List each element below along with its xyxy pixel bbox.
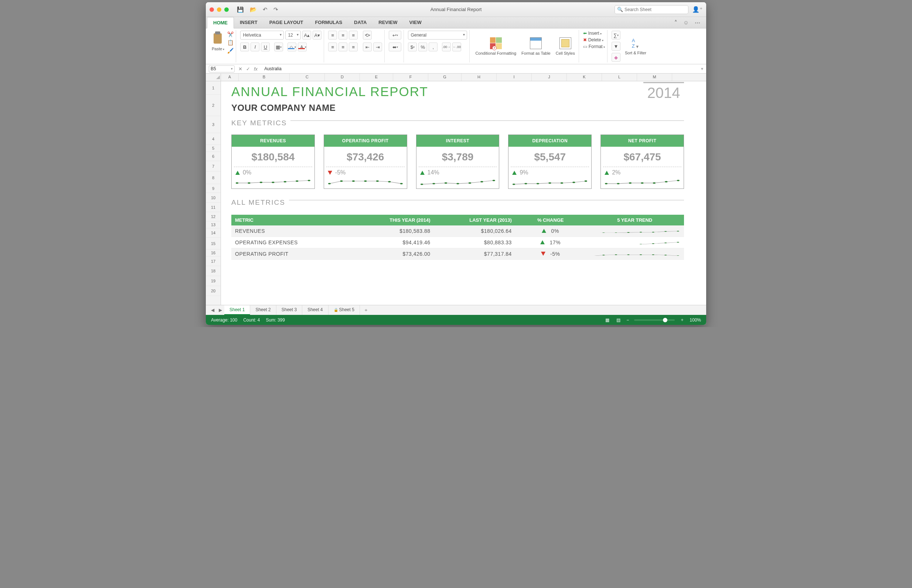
font-name-combo[interactable]: Helvetica	[240, 31, 284, 40]
open-icon[interactable]: 📂	[250, 6, 257, 13]
accounting-format-icon[interactable]: $	[408, 42, 417, 52]
increase-decimal-icon[interactable]: .00→	[442, 42, 451, 52]
cancel-edit-icon[interactable]: ✕	[238, 66, 242, 72]
row-header[interactable]: 3	[206, 116, 221, 133]
ribbon-tab-page-layout[interactable]: PAGE LAYOUT	[263, 17, 309, 28]
ribbon-tab-view[interactable]: VIEW	[404, 17, 428, 28]
close-window-icon[interactable]	[210, 7, 214, 12]
ribbon-tab-home[interactable]: HOME	[207, 17, 234, 29]
row-header[interactable]: 18	[206, 266, 221, 276]
sheet-tab[interactable]: Sheet 2	[250, 305, 276, 315]
name-box[interactable]: B5	[209, 65, 235, 73]
col-header[interactable]: E	[360, 74, 393, 81]
align-right-icon[interactable]: ≡	[349, 42, 358, 52]
col-header[interactable]: I	[497, 74, 532, 81]
underline-button[interactable]: U	[261, 42, 270, 52]
ribbon-tab-data[interactable]: DATA	[348, 17, 373, 28]
cut-icon[interactable]: ✂️	[227, 31, 234, 37]
row-header[interactable]: 4	[206, 133, 221, 145]
ribbon-tab-insert[interactable]: INSERT	[234, 17, 263, 28]
orientation-icon[interactable]: ⟲	[363, 31, 372, 40]
conditional-formatting-button[interactable]: ≠ Conditional Formatting	[474, 37, 518, 56]
zoom-out-icon[interactable]: −	[626, 317, 629, 323]
font-color-button[interactable]: A	[298, 42, 307, 52]
row-header[interactable]: 12	[206, 212, 221, 221]
row-header[interactable]: 11	[206, 202, 221, 212]
help-icon[interactable]: ⋯	[695, 19, 700, 26]
increase-indent-icon[interactable]: ⇥	[373, 42, 382, 52]
row-header[interactable]: 15	[206, 237, 221, 249]
bold-button[interactable]: B	[240, 42, 249, 52]
col-header[interactable]: A	[221, 74, 239, 81]
col-header[interactable]: D	[325, 74, 360, 81]
save-icon[interactable]: 💾	[237, 6, 244, 13]
decrease-font-icon[interactable]: A▾	[313, 31, 321, 40]
collapse-ribbon-icon[interactable]: ˄	[675, 19, 677, 26]
row-header[interactable]: 13	[206, 221, 221, 228]
ribbon-tab-review[interactable]: REVIEW	[373, 17, 403, 28]
row-header[interactable]: 9	[206, 184, 221, 193]
copy-icon[interactable]: 📋	[227, 40, 234, 45]
decrease-indent-icon[interactable]: ⇤	[363, 42, 372, 52]
undo-icon[interactable]: ↶	[263, 6, 268, 13]
search-input[interactable]	[615, 5, 688, 14]
autosum-icon[interactable]: ∑	[612, 31, 620, 40]
formula-input[interactable]: Australia	[261, 66, 697, 71]
row-header[interactable]: 20	[206, 286, 221, 296]
row-header[interactable]: 5	[206, 145, 221, 152]
sheet-tab[interactable]: 🔒Sheet 5	[329, 305, 360, 315]
row-header[interactable]: 2	[206, 95, 221, 116]
borders-button[interactable]: ▦	[274, 42, 283, 52]
comma-format-icon[interactable]: ,	[429, 42, 437, 52]
paste-button[interactable]: Paste	[210, 31, 226, 52]
row-header[interactable]: 19	[206, 276, 221, 286]
fx-icon[interactable]: fx	[254, 66, 258, 72]
cell-styles-button[interactable]: Cell Styles	[554, 37, 576, 56]
merge-button[interactable]: ⬌	[389, 42, 401, 52]
add-sheet-button[interactable]: ＋	[360, 307, 372, 313]
row-header[interactable]: 10	[206, 193, 221, 202]
col-header[interactable]: G	[428, 74, 462, 81]
redo-icon[interactable]: ↷	[273, 6, 278, 13]
clear-icon[interactable]: ◆	[612, 53, 620, 62]
number-format-combo[interactable]: General	[408, 31, 467, 40]
share-icon[interactable]: 👤⁺	[692, 6, 702, 13]
feedback-icon[interactable]: ☺	[683, 19, 689, 26]
sheet-tab[interactable]: Sheet 1	[224, 305, 250, 315]
col-header[interactable]: B	[239, 74, 290, 81]
row-header[interactable]: 17	[206, 257, 221, 266]
prev-sheet-icon[interactable]: ◀	[209, 307, 216, 313]
delete-cells-button[interactable]: Delete	[588, 37, 604, 42]
next-sheet-icon[interactable]: ▶	[216, 307, 224, 313]
align-top-icon[interactable]: ≡	[328, 31, 337, 40]
col-header[interactable]: F	[393, 74, 428, 81]
row-header[interactable]: 8	[206, 171, 221, 184]
normal-view-icon[interactable]: ▦	[604, 317, 610, 323]
row-header[interactable]: 6	[206, 152, 221, 161]
decrease-decimal-icon[interactable]: ←.00	[452, 42, 461, 52]
align-bottom-icon[interactable]: ≡	[349, 31, 358, 40]
confirm-edit-icon[interactable]: ✓	[246, 66, 250, 72]
spreadsheet-grid[interactable]: 1234567891011121314151617181920 ANNUAL F…	[206, 81, 706, 305]
zoom-in-icon[interactable]: ＋	[680, 317, 684, 323]
row-header[interactable]: 7	[206, 161, 221, 171]
col-header[interactable]: K	[567, 74, 602, 81]
font-size-combo[interactable]: 12	[285, 31, 301, 40]
insert-cells-button[interactable]: Insert	[588, 31, 602, 36]
format-painter-icon[interactable]: 🖌️	[227, 48, 234, 53]
ribbon-tab-formulas[interactable]: FORMULAS	[309, 17, 348, 28]
wrap-text-button[interactable]: ↩	[389, 31, 401, 40]
sheet-tab[interactable]: Sheet 4	[302, 305, 328, 315]
page-layout-view-icon[interactable]: ▤	[615, 317, 621, 323]
select-all-corner[interactable]	[206, 74, 221, 81]
col-header[interactable]: L	[602, 74, 637, 81]
align-center-icon[interactable]: ≡	[339, 42, 347, 52]
row-header[interactable]: 14	[206, 228, 221, 237]
col-header[interactable]: J	[532, 74, 567, 81]
col-header[interactable]: H	[462, 74, 497, 81]
expand-formula-bar-icon[interactable]: ▾	[701, 66, 703, 71]
maximize-window-icon[interactable]	[224, 7, 229, 12]
fill-icon[interactable]: ▼	[612, 42, 620, 51]
increase-font-icon[interactable]: A▴	[302, 31, 311, 40]
col-header[interactable]: C	[290, 74, 325, 81]
